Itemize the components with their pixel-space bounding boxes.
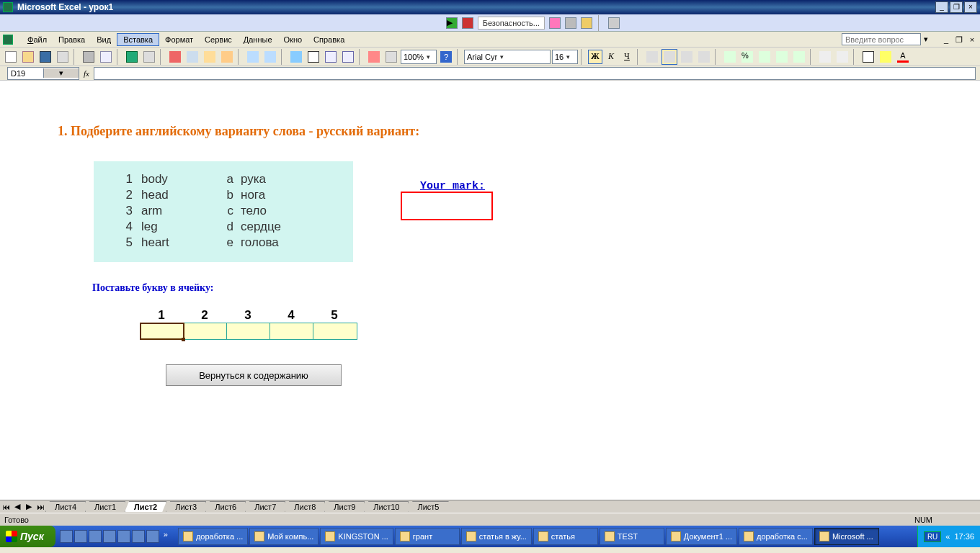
start-button[interactable]: Пуск bbox=[0, 526, 55, 547]
format-painter-button[interactable] bbox=[219, 49, 235, 65]
sheet-tab[interactable]: Лист4 bbox=[45, 501, 86, 512]
menu-format[interactable]: Формат bbox=[159, 34, 199, 45]
close-button[interactable]: × bbox=[964, 1, 977, 13]
underline-button[interactable]: Ч bbox=[620, 50, 634, 64]
mark-box[interactable] bbox=[401, 192, 493, 220]
tab-nav-next[interactable]: ▶ bbox=[23, 501, 35, 513]
menu-edit[interactable]: Правка bbox=[53, 34, 91, 45]
ql-ie-icon[interactable] bbox=[60, 530, 73, 543]
print-button[interactable] bbox=[81, 49, 97, 65]
percent-button[interactable]: % bbox=[739, 49, 755, 65]
redo-button[interactable] bbox=[262, 49, 278, 65]
language-indicator[interactable]: RU bbox=[924, 531, 941, 542]
ql-excel-icon[interactable] bbox=[132, 530, 145, 543]
task-button[interactable]: грант bbox=[395, 528, 460, 545]
sheet-tab[interactable]: Лист9 bbox=[324, 501, 365, 512]
menu-view[interactable]: Вид bbox=[91, 34, 117, 45]
autosum-button[interactable] bbox=[306, 49, 321, 65]
link-icon[interactable] bbox=[608, 17, 620, 29]
tab-nav-first[interactable]: ⏮ bbox=[0, 501, 12, 513]
drawing-button[interactable] bbox=[383, 49, 399, 65]
answer-cell[interactable] bbox=[184, 323, 227, 339]
increase-indent-button[interactable] bbox=[834, 49, 850, 65]
answer-cell[interactable] bbox=[227, 323, 270, 339]
borders-button[interactable] bbox=[860, 49, 876, 65]
decrease-indent-button[interactable] bbox=[817, 49, 833, 65]
ql-outlook-icon[interactable] bbox=[89, 530, 102, 543]
print-preview-button[interactable] bbox=[98, 49, 114, 65]
formula-input[interactable] bbox=[94, 67, 976, 80]
help-button[interactable]: ? bbox=[438, 49, 454, 65]
workbook-restore-button[interactable]: ❐ bbox=[954, 35, 964, 45]
answer-cell[interactable] bbox=[141, 323, 184, 339]
cut-button[interactable] bbox=[167, 49, 183, 65]
task-button[interactable]: статья в жу... bbox=[461, 528, 532, 545]
restore-button[interactable]: ❐ bbox=[950, 1, 963, 13]
answer-cell[interactable] bbox=[270, 323, 313, 339]
fill-color-button[interactable] bbox=[878, 49, 894, 65]
align-left-button[interactable] bbox=[644, 49, 660, 65]
doc-icon[interactable] bbox=[3, 35, 13, 45]
minimize-button[interactable]: _ bbox=[935, 1, 948, 13]
workbook-close-button[interactable]: × bbox=[967, 35, 977, 45]
align-right-button[interactable] bbox=[679, 49, 695, 65]
tab-nav-last[interactable]: ⏭ bbox=[35, 501, 46, 513]
comma-style-button[interactable] bbox=[757, 49, 772, 65]
merge-center-button[interactable] bbox=[696, 49, 712, 65]
ql-ppt-icon[interactable] bbox=[146, 530, 159, 543]
font-size-selector[interactable]: 16 bbox=[552, 50, 578, 64]
task-button[interactable]: статья bbox=[533, 528, 598, 545]
menu-help[interactable]: Справка bbox=[308, 34, 350, 45]
sheet-tab[interactable]: Лист5 bbox=[408, 501, 448, 512]
sheet-tab[interactable]: Лист10 bbox=[364, 501, 409, 512]
task-button[interactable]: доработка с... bbox=[739, 528, 813, 545]
menu-tools[interactable]: Сервис bbox=[199, 34, 238, 45]
task-button[interactable]: KINGSTON ... bbox=[320, 528, 393, 545]
sheet-tab[interactable]: Лист3 bbox=[166, 501, 206, 512]
tool2-icon[interactable] bbox=[565, 17, 576, 29]
hyperlink-button[interactable] bbox=[288, 49, 304, 65]
font-color-button[interactable]: A bbox=[895, 49, 911, 65]
record-icon[interactable] bbox=[462, 17, 473, 29]
back-to-contents-button[interactable]: Вернуться к содержанию bbox=[166, 364, 342, 386]
clock[interactable]: 17:36 bbox=[954, 532, 974, 541]
workbook-minimize-button[interactable]: _ bbox=[941, 35, 951, 45]
font-name-selector[interactable]: Arial Cyr bbox=[464, 50, 551, 64]
permission-button[interactable] bbox=[55, 49, 71, 65]
spelling-button[interactable] bbox=[124, 49, 140, 65]
tool3-icon[interactable] bbox=[581, 17, 592, 29]
sort-desc-button[interactable] bbox=[340, 49, 356, 65]
new-button[interactable] bbox=[3, 49, 19, 65]
sheet-tab[interactable]: Лист1 bbox=[85, 501, 125, 512]
task-button[interactable]: TEST bbox=[600, 528, 664, 545]
undo-button[interactable] bbox=[245, 49, 261, 65]
increase-decimal-button[interactable] bbox=[774, 49, 790, 65]
worksheet-area[interactable]: 1. Подберите английскому варианту слова … bbox=[0, 81, 980, 500]
help-question-input[interactable] bbox=[842, 33, 921, 45]
sheet-tab[interactable]: Лист7 bbox=[245, 501, 285, 512]
name-box[interactable]: D19 ▾ bbox=[7, 67, 79, 80]
sheet-tab[interactable]: Лист6 bbox=[205, 501, 246, 512]
menu-data[interactable]: Данные bbox=[238, 34, 278, 45]
fx-icon[interactable]: fx bbox=[84, 69, 89, 78]
ql-media-icon[interactable] bbox=[103, 530, 116, 543]
security-label[interactable]: Безопасность... bbox=[478, 17, 545, 30]
menu-insert[interactable]: Вставка bbox=[117, 33, 159, 46]
zoom-selector[interactable]: 100% bbox=[401, 50, 437, 64]
task-button[interactable]: Мой компь... bbox=[249, 528, 318, 545]
tray-chevron-icon[interactable]: « bbox=[945, 532, 950, 541]
align-center-button[interactable] bbox=[662, 49, 677, 65]
save-button[interactable] bbox=[37, 49, 53, 65]
ql-desktop-icon[interactable] bbox=[74, 530, 87, 543]
task-button[interactable]: Microsoft ... bbox=[814, 528, 879, 545]
task-button[interactable]: Документ1 ... bbox=[666, 528, 737, 545]
menu-dropdown-icon[interactable]: ▾ bbox=[924, 35, 928, 44]
menu-file[interactable]: Файл bbox=[22, 34, 53, 45]
sort-asc-button[interactable] bbox=[323, 49, 339, 65]
tab-nav-prev[interactable]: ◀ bbox=[12, 501, 23, 513]
italic-button[interactable]: К bbox=[604, 50, 618, 64]
sheet-tab[interactable]: Лист2 bbox=[125, 501, 166, 512]
research-button[interactable] bbox=[141, 49, 157, 65]
currency-button[interactable] bbox=[722, 49, 738, 65]
open-button[interactable] bbox=[20, 49, 36, 65]
